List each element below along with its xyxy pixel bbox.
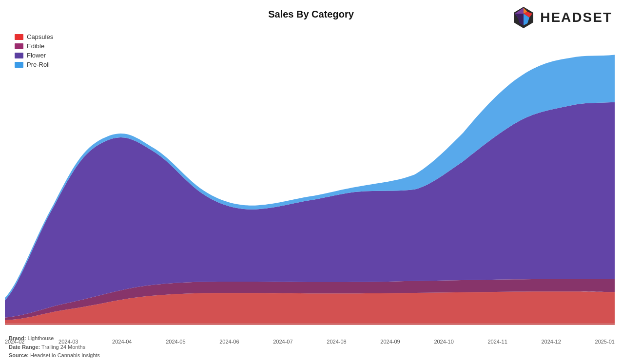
date-range-value: Trailing 24 Months [41, 344, 85, 350]
x-label-10: 2024-12 [541, 339, 561, 345]
x-label-3: 2024-05 [166, 339, 185, 345]
footer-info: Brand: Lighthouse Date Range: Trailing 2… [9, 334, 100, 360]
date-range-label: Date Range: [9, 344, 40, 350]
area-chart-svg [5, 29, 615, 325]
source-value: Headset.io Cannabis Insights [30, 352, 100, 358]
x-label-6: 2024-08 [327, 339, 346, 345]
brand-label: Brand: [9, 335, 26, 341]
x-label-4: 2024-06 [219, 339, 239, 345]
page-container: HEADSET Sales By Category Capsules Edibl… [0, 0, 622, 364]
x-label-2: 2024-04 [112, 339, 132, 345]
x-label-11: 2025-01 [595, 339, 615, 345]
x-label-9: 2024-11 [487, 339, 507, 345]
source-label: Source: [9, 352, 29, 358]
chart-title: Sales By Category [0, 9, 622, 20]
x-label-8: 2024-10 [434, 339, 453, 345]
footer-source: Source: Headset.io Cannabis Insights [9, 351, 100, 360]
footer-date-range: Date Range: Trailing 24 Months [9, 343, 100, 352]
brand-value: Lighthouse [28, 335, 54, 341]
x-label-7: 2024-09 [380, 339, 400, 345]
chart-area [5, 29, 615, 325]
footer-brand: Brand: Lighthouse [9, 334, 100, 343]
x-label-5: 2024-07 [273, 339, 292, 345]
